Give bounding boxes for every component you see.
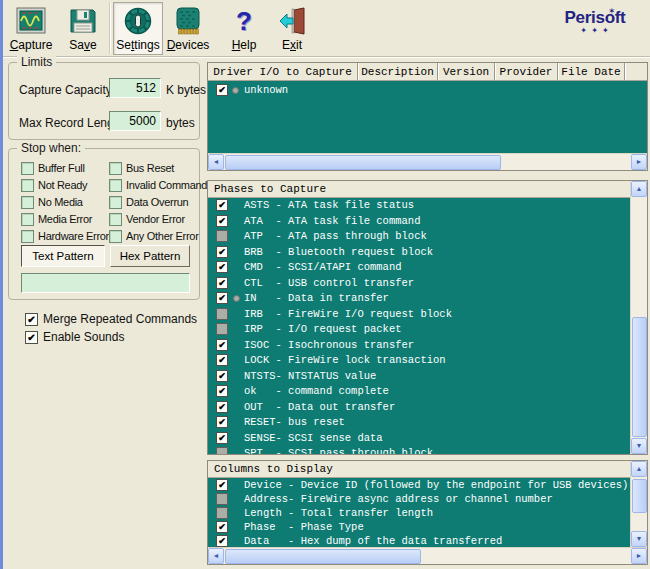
checkbox[interactable] (109, 179, 122, 192)
phase-checkbox[interactable] (216, 323, 228, 335)
phase-checkbox[interactable]: ✔ (216, 277, 228, 289)
phase-row-ntsts[interactable]: ✔NTSTS- NTSTATUS value (208, 369, 630, 385)
phase-row-ctl[interactable]: ✔CTL - USB control transfer (208, 276, 630, 292)
option-merge-repeated-commands[interactable]: ✔Merge Repeated Commands (25, 312, 197, 326)
phase-checkbox[interactable]: ✔ (216, 292, 228, 304)
checkbox[interactable] (21, 213, 34, 226)
phase-row-irp[interactable]: IRP - I/O request packet (208, 322, 630, 338)
phase-row-out[interactable]: ✔OUT - Data out transfer (208, 400, 630, 416)
scroll-thumb[interactable] (225, 549, 421, 564)
scroll-down-button[interactable]: ▼ (631, 438, 647, 454)
phase-checkbox[interactable]: ✔ (216, 401, 228, 413)
phase-row-ok[interactable]: ✔ok - command complete (208, 384, 630, 400)
column-header-description[interactable]: Description (358, 63, 438, 81)
column-header-version[interactable]: Version (438, 63, 495, 81)
column-checkbox[interactable]: ✔ (216, 479, 228, 491)
toolbar-button-settings[interactable]: Settings (113, 2, 163, 55)
driver-row-unknown[interactable]: ✔unknown (208, 83, 647, 99)
phase-checkbox[interactable]: ✔ (216, 385, 228, 397)
phase-checkbox[interactable]: ✔ (216, 339, 228, 351)
checkbox[interactable]: ✔ (25, 331, 38, 344)
checkbox[interactable] (21, 196, 34, 209)
checkbox[interactable] (21, 230, 34, 243)
phase-checkbox[interactable]: ✔ (216, 215, 228, 227)
columns-horizontal-scrollbar[interactable]: ◄ ► (208, 547, 647, 564)
stopwhen-option-buffer-full[interactable]: Buffer Full (21, 161, 85, 175)
stopwhen-option-vendor-error[interactable]: Vendor Error (109, 212, 185, 226)
scroll-thumb[interactable] (632, 317, 647, 437)
scroll-left-button[interactable]: ◄ (208, 548, 224, 564)
column-row-device[interactable]: ✔Device - Device ID (followed by the end… (208, 478, 630, 492)
phase-row-isoc[interactable]: ✔ISOC - Isochronous transfer (208, 338, 630, 354)
phase-row-lock[interactable]: ✔LOCK - FireWire lock transaction (208, 353, 630, 369)
column-row-address[interactable]: Address- FireWire async address or chann… (208, 492, 630, 506)
phase-checkbox[interactable]: ✔ (216, 354, 228, 366)
scroll-right-button[interactable]: ► (631, 154, 647, 170)
stopwhen-option-no-media[interactable]: No Media (21, 195, 83, 209)
max-record-length-input[interactable] (109, 111, 161, 131)
phase-checkbox[interactable] (216, 230, 228, 242)
phase-row-brb[interactable]: ✔BRB - Bluetooth request block (208, 245, 630, 261)
phase-row-sense[interactable]: ✔SENSE- SCSI sense data (208, 431, 630, 447)
phase-row-asts[interactable]: ✔ASTS - ATA task file status (208, 198, 630, 214)
phase-row-reset[interactable]: ✔RESET- bus reset (208, 415, 630, 431)
scroll-up-button[interactable]: ▲ (631, 461, 647, 477)
stopwhen-option-media-error[interactable]: Media Error (21, 212, 92, 226)
column-checkbox[interactable] (216, 493, 228, 505)
stopwhen-option-invalid-command[interactable]: Invalid Command (109, 178, 207, 192)
checkbox[interactable] (109, 213, 122, 226)
phase-checkbox[interactable]: ✔ (216, 416, 228, 428)
toolbar-button-devices[interactable]: Devices (163, 2, 213, 55)
phase-row-in[interactable]: ✔IN - Data in transfer (208, 291, 630, 307)
hex-pattern-button[interactable]: Hex Pattern (110, 245, 190, 267)
phase-checkbox[interactable]: ✔ (216, 261, 228, 273)
scroll-thumb[interactable] (632, 479, 647, 513)
toolbar-button-save[interactable]: Save (61, 2, 105, 55)
phase-checkbox[interactable]: ✔ (216, 370, 228, 382)
phase-checkbox[interactable]: ✔ (216, 246, 228, 258)
pattern-input[interactable] (21, 273, 190, 293)
phase-row-atp[interactable]: ATP - ATA pass through block (208, 229, 630, 245)
capture-capacity-input[interactable] (109, 78, 161, 98)
phase-row-ata[interactable]: ✔ATA - ATA task file command (208, 214, 630, 230)
checkbox[interactable]: ✔ (25, 313, 38, 326)
checkbox[interactable] (21, 162, 34, 175)
phase-checkbox[interactable] (216, 308, 228, 320)
column-header-file-date[interactable]: File Date (558, 63, 625, 81)
checkbox[interactable] (109, 196, 122, 209)
phase-checkbox[interactable]: ✔ (216, 432, 228, 444)
phase-checkbox[interactable]: ✔ (216, 199, 228, 211)
phase-checkbox[interactable] (216, 447, 228, 454)
checkbox[interactable] (21, 179, 34, 192)
stopwhen-option-bus-reset[interactable]: Bus Reset (109, 161, 174, 175)
toolbar-button-capture[interactable]: Capture (7, 2, 55, 55)
column-checkbox[interactable]: ✔ (216, 521, 228, 533)
column-checkbox[interactable]: ✔ (216, 535, 228, 547)
stopwhen-option-any-other-error[interactable]: Any Other Error (109, 229, 199, 243)
scroll-left-button[interactable]: ◄ (208, 154, 224, 170)
column-header-fi[interactable]: Fi (625, 63, 647, 81)
column-header-driver-i-o-to-capture[interactable]: Driver I/O to Capture (208, 63, 358, 81)
column-checkbox[interactable] (216, 507, 228, 519)
column-header-provider[interactable]: Provider (495, 63, 558, 81)
checkbox[interactable] (109, 230, 122, 243)
stopwhen-option-not-ready[interactable]: Not Ready (21, 178, 87, 192)
phase-row-irb[interactable]: IRB - FireWire I/O request block (208, 307, 630, 323)
toolbar-button-help[interactable]: ?Help (224, 2, 264, 55)
column-row-phase[interactable]: ✔Phase - Phase Type (208, 520, 630, 534)
checkbox[interactable] (109, 162, 122, 175)
phase-row-spt[interactable]: SPT - SCSI pass through block (208, 446, 630, 454)
toolbar-button-exit[interactable]: Exit (269, 2, 315, 55)
scroll-up-button[interactable]: ▲ (631, 181, 647, 197)
driver-checkbox[interactable]: ✔ (216, 84, 228, 96)
phase-row-cmd[interactable]: ✔CMD - SCSI/ATAPI command (208, 260, 630, 276)
phases-vertical-scrollbar[interactable]: ▲ ▼ (630, 181, 647, 454)
column-row-length[interactable]: Length - Total transfer length (208, 506, 630, 520)
stopwhen-option-data-overrun[interactable]: Data Overrun (109, 195, 188, 209)
driver-horizontal-scrollbar[interactable]: ◄ ► (208, 153, 647, 170)
text-pattern-button[interactable]: Text Pattern (21, 245, 105, 267)
columns-vertical-scrollbar[interactable]: ▲ ▼ (630, 461, 647, 547)
option-enable-sounds[interactable]: ✔Enable Sounds (25, 330, 124, 344)
column-row-data[interactable]: ✔Data - Hex dump of the data transferred (208, 534, 630, 547)
scroll-thumb[interactable] (225, 155, 501, 170)
